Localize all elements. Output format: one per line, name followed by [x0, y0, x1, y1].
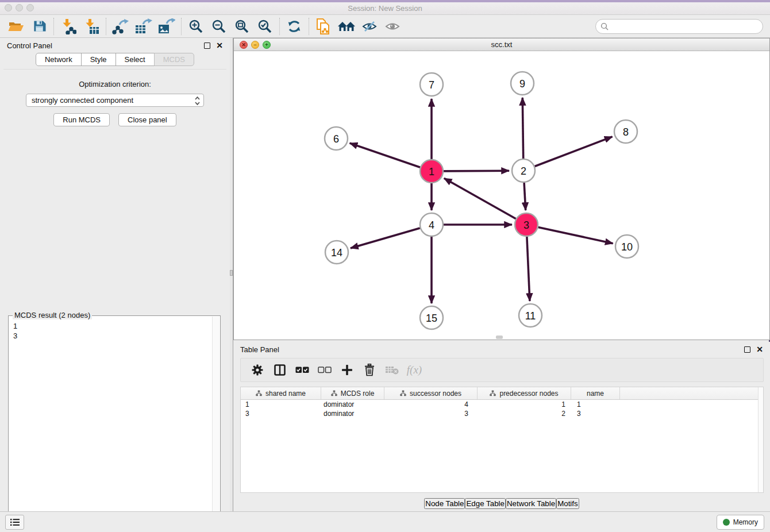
- panel-divider-grip[interactable]: [230, 270, 233, 276]
- maximize-window-button[interactable]: [26, 4, 34, 11]
- memory-button[interactable]: Memory: [717, 515, 764, 530]
- column-tree-icon: [256, 390, 262, 396]
- export-table-icon[interactable]: [132, 17, 155, 36]
- open-session-icon[interactable]: [5, 17, 28, 36]
- network-canvas[interactable]: 7968124314101511: [234, 51, 769, 340]
- minimize-window-button[interactable]: [16, 4, 23, 11]
- table-panel-header: Table Panel ✕: [233, 342, 770, 357]
- export-image-icon[interactable]: [155, 17, 178, 36]
- export-network-icon[interactable]: [109, 17, 132, 36]
- settings-gear-icon[interactable]: [249, 361, 266, 379]
- toolbar-separator: [106, 18, 106, 35]
- network-view-window: ✕ − + scc.txt 7968124314101511: [233, 38, 770, 340]
- table-cell[interactable]: 1: [478, 400, 571, 409]
- graph-edge-3-1[interactable]: [444, 178, 516, 218]
- save-session-icon[interactable]: [28, 17, 51, 36]
- table-cell[interactable]: 1: [241, 400, 321, 409]
- graph-edge-2-3[interactable]: [524, 183, 526, 210]
- show-panels-button[interactable]: [5, 515, 24, 530]
- graph-node-2[interactable]: 2: [512, 159, 535, 182]
- graph-edge-3-11[interactable]: [527, 237, 530, 301]
- zoom-in-icon[interactable]: [184, 17, 207, 36]
- network-maximize-button[interactable]: +: [263, 41, 271, 49]
- close-panel-button[interactable]: Close panel: [118, 113, 176, 126]
- graph-edge-1-2[interactable]: [444, 171, 509, 171]
- table-cell[interactable]: 3: [384, 409, 478, 418]
- criterion-dropdown[interactable]: strongly connected component: [26, 94, 204, 107]
- mcds-tab-content: Optimization criterion: strongly connect…: [3, 69, 226, 508]
- table-tab-motifs[interactable]: Motifs: [556, 498, 579, 509]
- zoom-out-icon[interactable]: [207, 17, 230, 36]
- hide-graphics-details-icon[interactable]: [358, 17, 381, 36]
- graph-node-14[interactable]: 14: [325, 241, 348, 264]
- show-graphics-details-icon[interactable]: [381, 17, 404, 36]
- column-header-name[interactable]: name: [571, 387, 620, 399]
- table-header-row: shared nameMCDS rolesuccessor nodesprede…: [241, 387, 763, 400]
- graph-node-11[interactable]: 11: [519, 304, 542, 327]
- import-table-icon[interactable]: [80, 17, 103, 36]
- graph-edge-2-9[interactable]: [522, 98, 523, 159]
- table-cell[interactable]: 4: [384, 400, 478, 409]
- close-window-button[interactable]: [5, 4, 12, 11]
- tab-mcds[interactable]: MCDS: [154, 53, 194, 66]
- network-close-button[interactable]: ✕: [240, 41, 248, 49]
- close-table-panel-icon[interactable]: ✕: [756, 346, 763, 353]
- refresh-view-icon[interactable]: [283, 17, 306, 36]
- mcds-app-icon[interactable]: [312, 17, 335, 36]
- canvas-hscroll-thumb[interactable]: [496, 336, 503, 339]
- table-tab-network-table[interactable]: Network Table: [506, 498, 556, 509]
- search-field[interactable]: [595, 19, 763, 34]
- table-tab-node-table[interactable]: Node Table: [424, 498, 465, 509]
- column-tree-icon: [331, 390, 337, 396]
- delete-column-icon[interactable]: [361, 361, 378, 379]
- zoom-fit-icon[interactable]: [230, 17, 253, 36]
- table-scrollbar[interactable]: [758, 387, 763, 492]
- graph-node-4[interactable]: 4: [420, 213, 443, 236]
- graph-node-10[interactable]: 10: [615, 235, 638, 258]
- mcds-result-box[interactable]: MCDS result (2 nodes) 13: [8, 315, 221, 532]
- zoom-selected-icon[interactable]: [253, 17, 276, 36]
- column-header-predecessor-nodes[interactable]: predecessor nodes: [478, 387, 571, 399]
- deselect-all-columns-icon[interactable]: [316, 361, 333, 379]
- graph-edge-1-6[interactable]: [350, 143, 421, 167]
- graph-node-6[interactable]: 6: [325, 127, 348, 150]
- tab-select[interactable]: Select: [116, 53, 155, 66]
- graph-node-7[interactable]: 7: [420, 73, 443, 96]
- table-cell[interactable]: 3: [241, 409, 321, 418]
- import-network-icon[interactable]: [57, 17, 80, 36]
- graph-edge-4-14[interactable]: [351, 228, 420, 248]
- graph-edge-2-8[interactable]: [535, 137, 613, 167]
- table-cell[interactable]: 1: [571, 400, 620, 409]
- function-builder-icon: f(x): [406, 361, 423, 379]
- graph-node-15[interactable]: 15: [420, 306, 443, 329]
- network-overview-icon[interactable]: [335, 17, 358, 36]
- float-table-panel-icon[interactable]: [744, 346, 750, 353]
- graph-node-9[interactable]: 9: [511, 72, 534, 95]
- table-cell[interactable]: dominator: [321, 400, 384, 409]
- table-row[interactable]: 3dominator323: [241, 409, 763, 418]
- column-layout-icon[interactable]: [271, 361, 288, 379]
- table-cell[interactable]: 2: [478, 409, 571, 418]
- search-input[interactable]: [609, 22, 758, 31]
- table-row[interactable]: 1dominator411: [241, 400, 763, 409]
- close-panel-icon[interactable]: ✕: [216, 43, 223, 49]
- select-all-columns-icon[interactable]: [294, 361, 311, 379]
- table-cell[interactable]: 3: [571, 409, 620, 418]
- add-column-icon[interactable]: [338, 361, 356, 379]
- network-minimize-button[interactable]: −: [251, 41, 259, 49]
- column-header-shared-name[interactable]: shared name: [241, 387, 321, 399]
- column-header-mcds-role[interactable]: MCDS role: [321, 387, 384, 399]
- tab-network[interactable]: Network: [36, 53, 82, 66]
- result-scrollbar[interactable]: [212, 317, 220, 532]
- float-panel-icon[interactable]: [204, 43, 210, 49]
- graph-node-1[interactable]: 1: [420, 160, 443, 183]
- graph-edge-3-10[interactable]: [538, 228, 613, 244]
- column-header-successor-nodes[interactable]: successor nodes: [384, 387, 478, 399]
- graph-node-3[interactable]: 3: [515, 213, 538, 236]
- tab-style[interactable]: Style: [81, 53, 116, 66]
- run-mcds-button[interactable]: Run MCDS: [53, 113, 110, 126]
- network-canvas-svg[interactable]: 7968124314101511: [234, 51, 769, 340]
- graph-node-8[interactable]: 8: [614, 120, 637, 143]
- table-tab-edge-table[interactable]: Edge Table: [465, 498, 505, 509]
- table-cell[interactable]: dominator: [321, 409, 384, 418]
